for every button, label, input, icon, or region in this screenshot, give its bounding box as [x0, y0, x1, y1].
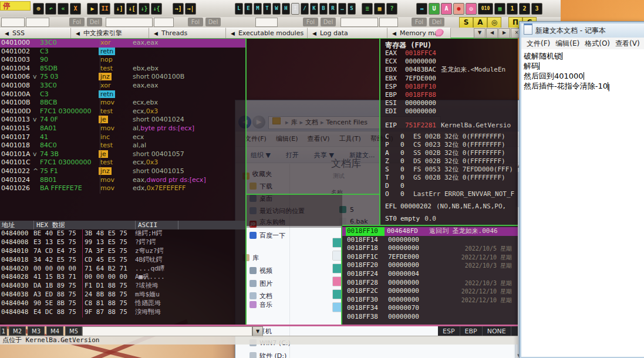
toolbar-input[interactable] — [26, 18, 49, 27]
window-tab[interactable]: ◀Threads — [149, 28, 226, 38]
register-row[interactable]: EBP0018FF88 — [385, 91, 518, 99]
disasm-row[interactable]: 040100D F7C1 03000000 test ecx,0x3 — [0, 107, 245, 116]
disasm-row[interactable]: 040101A v 74 3B je short 00401057 — [0, 150, 245, 159]
disasm-row[interactable]: 0401006 v 75 03 jnz short 0040100B — [0, 73, 245, 82]
explorer-sidebar-item[interactable]: 百度一下 — [249, 231, 285, 242]
toolbar-button[interactable]: M — [254, 3, 262, 15]
register-row[interactable]: ESI00000000 — [385, 99, 518, 107]
memory-tab[interactable]: 1 — [0, 326, 7, 336]
stack-row[interactable]: 0018FF1C 7EFDE000 2022/12/10 星期 — [342, 253, 518, 262]
toolbar-button[interactable]: 1 — [507, 3, 518, 15]
dump-row[interactable]: 0484030 DA 1B 89 75 F1 D1 88 75 ?坺祾坶 — [0, 282, 245, 291]
stack-row[interactable]: 0018FF20 00000000 2022/10/3 星期 — [342, 261, 518, 270]
toolbar-button[interactable]: 010 — [478, 3, 493, 15]
disassembly-pane[interactable]: 0401000 33C0 xor eax,eax 0401002 C3 retn… — [0, 39, 245, 221]
dump-row[interactable]: 0484010 7A CD E4 75 7A 3F E5 75 z弯uz?鍔 — [0, 247, 245, 256]
flag-row[interactable]: ST0empty0.0 — [385, 215, 518, 223]
stack-row[interactable]: 0018FF18 00000000 2022/10/5 星期 — [342, 244, 518, 253]
dump-row[interactable]: 0484028 41 15 B3 71 00 00 00 00 A■矾.... — [0, 273, 245, 282]
plugin-button[interactable]: A — [473, 17, 487, 28]
toolbar-button[interactable]: ↓[ — [126, 3, 137, 15]
register-row[interactable]: EDI00000000 — [385, 107, 518, 116]
stack-frame-indicator[interactable]: EBP — [460, 326, 483, 336]
toolbar-button[interactable]: X — [70, 3, 81, 15]
toolbar-button[interactable]: U — [429, 3, 440, 15]
notepad-text-area[interactable]: 破解随机锁 解码 然后回到401000 然后插件-花指令清除-10| — [521, 49, 644, 357]
toolbar-button[interactable]: E — [244, 3, 252, 15]
dump-row[interactable]: 0484038 A3 ED 88 75 24 8B 88 75 m坶$媔u — [0, 291, 245, 299]
disasm-row[interactable]: 0401024 8B01 mov eax,dword ptr ds:[ecx] — [0, 176, 245, 185]
toolbar-button[interactable]: … — [338, 3, 346, 15]
toolbar-button[interactable]: T — [263, 3, 271, 15]
toolbar-input[interactable] — [106, 18, 153, 27]
toolbar-button[interactable]: ◎ — [466, 3, 477, 15]
explorer-sidebar-item[interactable]: 音乐 — [249, 300, 272, 311]
flag-row[interactable]: S0FS 0053 32位 7EFDD000(FFF) — [385, 166, 518, 174]
window-tab[interactable]: ◀Executable modules — [226, 28, 308, 38]
toolbar-button[interactable]: 2 — [519, 3, 530, 15]
notepad-menu-item[interactable]: 格式(O) — [585, 39, 610, 48]
window-control-button[interactable]: ▼ — [474, 28, 485, 38]
stack-row[interactable]: 0018FF30 00000000 2022/12/10 星期 — [342, 296, 518, 305]
disasm-row[interactable]: 040100B 8BCB mov ecx,ebx — [0, 99, 245, 107]
notepad-menu-item[interactable]: 文件(F) — [527, 39, 550, 48]
dump-row[interactable]: 0484008 E3 13 E5 75 99 13 E5 75 ?鍔?鍔 — [0, 238, 245, 247]
stack-frame-indicator[interactable]: NONE — [483, 326, 511, 336]
notepad-menu-item[interactable]: 查看(V) — [615, 39, 640, 48]
window-control-button[interactable]: ▶ — [498, 28, 510, 38]
stack-row[interactable]: 0018FF14 00000000 — [342, 236, 518, 245]
delete-button[interactable]: Del — [429, 18, 444, 26]
register-row[interactable]: EBX7EFDE000 — [385, 75, 518, 83]
delete-button[interactable]: Del — [87, 18, 102, 26]
register-row[interactable]: ESP0018FF10 — [385, 83, 518, 91]
disasm-row[interactable]: 0401013 v 74 0F je short 00401024 — [0, 116, 245, 124]
flag-row[interactable]: O0LastErr ERROR_ENVVAR_NOT_F — [385, 190, 518, 198]
toolbar-button[interactable]: ↶ — [45, 3, 56, 15]
disasm-row[interactable]: 040100A C3 retn — [0, 90, 245, 99]
dump-row[interactable]: 0484040 90 5E 8B 75 C8 81 88 75 悎媨萞坶 — [0, 299, 245, 308]
dump-row[interactable]: 0484000 BE 40 E5 75 3B 48 E5 75 继鍔;H鍔 — [0, 229, 245, 238]
notepad-title-bar[interactable]: 新建文本文档 - 记事本 — [521, 23, 644, 38]
explorer-sidebar-item[interactable]: 视频 — [249, 266, 272, 277]
dump-row[interactable]: 0484020 00 00 00 00 71 64 B2 71 ....qd瞫 — [0, 265, 245, 273]
window-tab[interactable]: ◀SSS — [0, 28, 71, 38]
dump-row[interactable]: 0484048 E4 DC 88 75 9F 87 88 75 湥坶翈坶 — [0, 308, 245, 317]
stack-row[interactable]: 0018FF10 004648FD 返回到 圣龙如来.0046 — [342, 227, 518, 236]
memory-tab[interactable]: M4 — [46, 326, 63, 336]
disasm-row[interactable]: 0401017 41 inc ecx — [0, 133, 245, 142]
toolbar-button[interactable]: →] — [173, 3, 184, 15]
toolbar-button[interactable]: ↔ — [416, 3, 427, 15]
toolbar-button[interactable]: ↓{ — [151, 3, 162, 15]
delete-button[interactable]: Del — [321, 18, 336, 26]
toolbar-input[interactable] — [340, 18, 378, 27]
disasm-row[interactable]: 0401008 33C0 xor eax,eax — [0, 82, 245, 90]
toolbar-button[interactable]: ● — [453, 3, 464, 15]
toolbar-button[interactable]: H — [282, 3, 290, 15]
follow-button[interactable]: Fol — [412, 18, 427, 26]
plugin-button[interactable]: S — [459, 17, 473, 28]
toolbar-button[interactable]: ↓} — [139, 3, 150, 15]
toolbar-button[interactable]: ⊕ — [33, 3, 44, 15]
toolbar-button[interactable]: / — [301, 3, 309, 15]
toolbar-button[interactable]: ? — [386, 3, 397, 15]
toolbar-button[interactable]: W — [272, 3, 281, 15]
memory-tab[interactable]: M2 — [9, 326, 26, 336]
toolbar-button[interactable]: II — [99, 3, 110, 15]
disasm-row[interactable]: 0401002 C3 retn — [0, 48, 245, 56]
toolbar-button[interactable]: →| — [185, 3, 196, 15]
toolbar-button[interactable]: ↓] — [114, 3, 125, 15]
explorer-sidebar-item[interactable]: 图片 — [249, 279, 272, 290]
stack-row[interactable]: 0018FF38 00000000 — [342, 313, 518, 322]
toolbar-input[interactable] — [1, 18, 25, 27]
flag-row[interactable]: P0CS 0023 32位 0(FFFFFFFF) — [385, 141, 518, 149]
disasm-row[interactable]: 0401022 ^ 75 F1 jnz short 00401015 — [0, 167, 245, 176]
command-combobox[interactable] — [82, 326, 252, 336]
toolbar-button[interactable]: K — [310, 3, 318, 15]
toolbar-button[interactable]: 3 — [531, 3, 542, 15]
toolbar-button[interactable]: B — [319, 3, 328, 15]
disasm-row[interactable]: 0401000 33C0 xor eax,eax — [0, 39, 245, 48]
toolbar-button[interactable]: R — [329, 3, 337, 15]
window-tab[interactable]: ◀Log data — [308, 28, 387, 38]
stack-row[interactable]: 0018FF2C 00000000 2022/12/10 星期 — [342, 287, 518, 296]
register-row[interactable]: ECX00000000 — [385, 58, 518, 66]
